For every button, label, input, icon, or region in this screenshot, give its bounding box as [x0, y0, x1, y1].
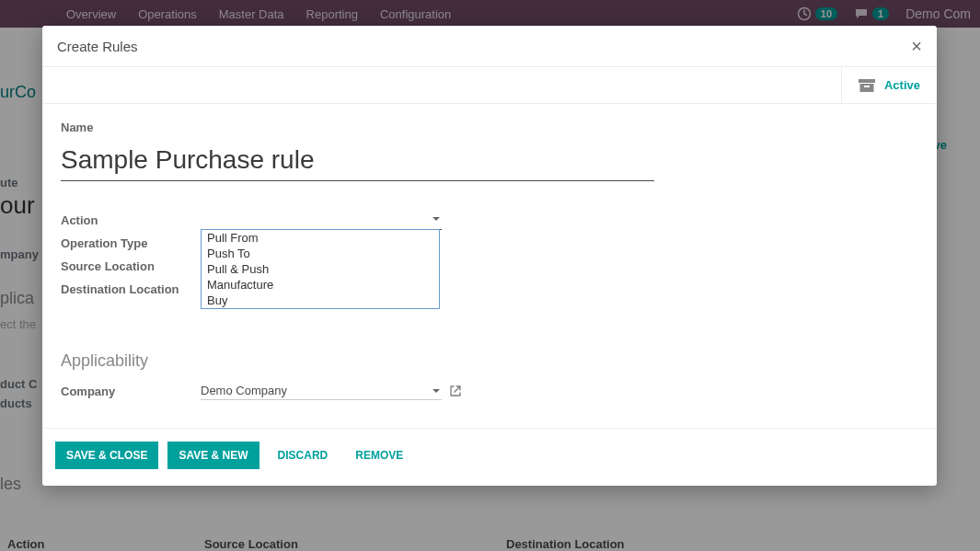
- save-close-button[interactable]: SAVE & CLOSE: [55, 442, 158, 469]
- action-dropdown-list: Pull From Push To Pull & Push Manufactur…: [201, 229, 440, 309]
- action-option-manufacture[interactable]: Manufacture: [202, 277, 439, 293]
- action-label: Action: [61, 213, 201, 227]
- external-link-icon[interactable]: [449, 385, 462, 397]
- svg-rect-3: [864, 86, 870, 87]
- modal-body: Name Action Operation Type Source Locati…: [42, 104, 937, 428]
- archive-icon: [859, 79, 875, 92]
- active-toggle[interactable]: Active: [841, 67, 937, 103]
- action-option-push-to[interactable]: Push To: [202, 246, 439, 261]
- modal-header: Create Rules ×: [42, 26, 937, 67]
- name-input[interactable]: [61, 142, 654, 181]
- svg-rect-2: [859, 84, 873, 92]
- source-location-label: Source Location: [61, 259, 201, 273]
- remove-button[interactable]: REMOVE: [346, 442, 412, 469]
- statusbar: Active: [42, 67, 937, 104]
- company-value: Demo Company: [201, 384, 287, 397]
- modal-title: Create Rules: [57, 39, 138, 54]
- applicability-header: Applicability: [61, 351, 918, 371]
- save-new-button[interactable]: SAVE & NEW: [167, 442, 259, 469]
- svg-rect-1: [859, 79, 875, 83]
- modal-footer: SAVE & CLOSE SAVE & NEW DISCARD REMOVE: [42, 428, 937, 486]
- discard-button[interactable]: DISCARD: [269, 442, 338, 469]
- chevron-down-icon: [432, 389, 440, 393]
- operation-type-label: Operation Type: [61, 236, 201, 250]
- name-label: Name: [61, 121, 918, 134]
- close-icon[interactable]: ×: [911, 37, 922, 55]
- create-rules-modal: Create Rules × Active Name Action Operat…: [42, 26, 937, 486]
- chevron-down-icon: [432, 217, 440, 221]
- company-select[interactable]: Demo Company: [201, 382, 442, 400]
- company-label: Company: [61, 385, 201, 398]
- active-label: Active: [884, 78, 920, 92]
- destination-location-label: Destination Location: [61, 282, 201, 296]
- action-option-buy[interactable]: Buy: [202, 293, 439, 308]
- action-option-pull-push[interactable]: Pull & Push: [202, 261, 439, 277]
- action-select[interactable]: [201, 212, 442, 230]
- action-option-pull-from[interactable]: Pull From: [202, 230, 439, 246]
